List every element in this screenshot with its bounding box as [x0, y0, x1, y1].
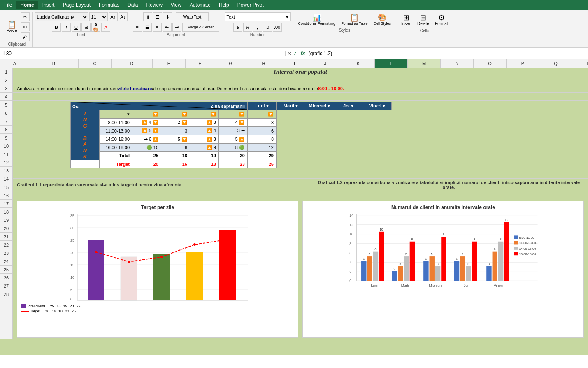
align-middle-button[interactable]: ☰	[153, 12, 162, 21]
function-icon[interactable]: fx	[300, 50, 305, 56]
cell-reference-input[interactable]	[2, 49, 283, 58]
decrease-font-button[interactable]: A↓	[119, 12, 128, 21]
cell-marti-4[interactable]: 8	[161, 143, 190, 151]
increase-font-button[interactable]: A↑	[109, 12, 118, 21]
menu-view[interactable]: View	[167, 1, 186, 9]
comma-button[interactable]: ,	[253, 23, 262, 32]
cell-marti-2[interactable]: 3	[161, 127, 190, 135]
menu-review[interactable]: Review	[142, 1, 166, 9]
col-header-d: D	[112, 59, 153, 68]
menu-file[interactable]: File	[0, 1, 16, 9]
row-header-27: 27	[0, 282, 12, 290]
menu-help[interactable]: Help	[215, 1, 233, 9]
font-size-select[interactable]: 11	[89, 12, 108, 21]
menu-home[interactable]: Home	[16, 1, 38, 9]
cell-styles-button[interactable]: 🎨 Cell Styles	[371, 12, 394, 27]
increase-decimal-button[interactable]: .0	[263, 23, 272, 32]
target-vineri: 25	[248, 160, 277, 168]
cell-joi-4[interactable]: 8 🟢	[219, 143, 248, 151]
align-top-button[interactable]: ⬆	[143, 12, 152, 21]
copy-button[interactable]: ⧉	[21, 22, 30, 31]
cell-miercuri-1[interactable]: 🔼 3	[190, 119, 219, 127]
cell-miercuri-3[interactable]: 🔼 3	[190, 135, 219, 143]
cell-joi-3[interactable]: 5 🔼	[219, 135, 248, 143]
fill-color-button[interactable]: A🎨	[91, 23, 100, 32]
font-family-select[interactable]: Lucida Calligraphy	[35, 12, 88, 21]
menu-formulas[interactable]: Formulas	[95, 1, 123, 9]
format-as-table-button[interactable]: 📋 Format as Table	[339, 12, 370, 27]
menu-page-layout[interactable]: Page Layout	[59, 1, 95, 9]
legend-total-color	[21, 304, 26, 308]
format-button[interactable]: ⚙ Format	[432, 12, 451, 28]
svg-text:5: 5	[462, 252, 463, 256]
bold-button[interactable]: B	[52, 23, 61, 32]
align-center-button[interactable]: ☰	[143, 23, 152, 32]
cell-joi-2[interactable]: 3 ➡	[219, 127, 248, 135]
svg-text:6: 6	[349, 251, 351, 255]
cell-marti-3[interactable]: 5 🔽	[161, 135, 190, 143]
chart2-svg: 14 12 10 8 6 4 2 0	[306, 212, 580, 303]
bar2-miercuri-4	[441, 237, 446, 281]
menu-insert[interactable]: Insert	[38, 1, 59, 9]
menu-data[interactable]: Data	[123, 1, 142, 9]
align-left-button[interactable]: ≡	[133, 23, 142, 32]
delete-label: Delete	[417, 21, 429, 26]
menu-power-pivot[interactable]: Power Pivot	[233, 1, 268, 9]
decrease-decimal-button[interactable]: .00	[273, 23, 282, 32]
wrap-text-button[interactable]: Wrap Text	[176, 12, 209, 21]
indent-increase-button[interactable]: ⇥	[172, 23, 181, 32]
cancel-formula-icon[interactable]: ✕	[287, 51, 291, 56]
cell-miercuri-2[interactable]: 🔼 4	[190, 127, 219, 135]
formula-input[interactable]	[307, 51, 586, 56]
number-format-dropdown[interactable]: Text ▾	[225, 12, 291, 21]
row-header-19: 19	[0, 216, 12, 224]
bar2-miercuri-1	[423, 261, 428, 281]
percent-button[interactable]: %	[243, 23, 252, 32]
cell-vineri-1[interactable]: 3	[248, 119, 277, 127]
font-color-button[interactable]: A	[101, 23, 110, 32]
svg-text:6: 6	[374, 247, 376, 251]
underline-button[interactable]: U	[72, 23, 81, 32]
menu-automate[interactable]: Automate	[186, 1, 215, 9]
indent-decrease-button[interactable]: ⇤	[163, 23, 172, 32]
styles-group: 📊 Conditional Formatting 📋 Format as Tab…	[293, 12, 396, 47]
target-miercuri: 18	[190, 160, 219, 168]
svg-text:11:00-13:00: 11:00-13:00	[519, 241, 536, 245]
col-header-a: A	[0, 59, 29, 68]
row-header-24: 24	[0, 257, 12, 266]
desc-bold: zilele lucratoare	[118, 86, 152, 91]
cell-marti-1[interactable]: 2 🔽	[161, 119, 190, 127]
currency-button[interactable]: $	[233, 23, 242, 32]
legend-target-label: Target	[30, 309, 40, 313]
merge-center-button[interactable]: Merge & Center	[182, 23, 219, 32]
marti-filter: 🔽	[161, 110, 190, 119]
svg-text:4: 4	[425, 257, 427, 261]
cell-vineri-3[interactable]: 8	[248, 135, 277, 143]
align-right-button[interactable]: ≡	[153, 23, 162, 32]
cell-luni-3[interactable]: ➡ 6 🔼	[132, 135, 161, 143]
col-luni: Luni ▾	[248, 102, 277, 110]
chart2-title: Numarul de clienti in anumite intervale …	[306, 205, 580, 210]
row-header-17: 17	[0, 200, 12, 208]
format-painter-button[interactable]: 🖌	[21, 32, 30, 41]
cut-button[interactable]: ✂	[21, 12, 30, 21]
insert-button[interactable]: ⊞ Insert	[399, 12, 414, 28]
align-bottom-button[interactable]: ⬇	[163, 12, 172, 21]
desc-part2: ale saptamanii si intervalul orar. De me…	[152, 86, 318, 91]
cell-miercuri-4[interactable]: 🔼 9	[190, 143, 219, 151]
cell-vineri-2[interactable]: 6	[248, 127, 277, 135]
italic-button[interactable]: I	[62, 23, 71, 32]
border-button[interactable]: ⊞	[81, 23, 91, 32]
delete-button[interactable]: ⊟ Delete	[415, 12, 432, 28]
confirm-formula-icon[interactable]: ✓	[293, 51, 297, 56]
cell-vineri-4[interactable]: 12	[248, 143, 277, 151]
row-header-21: 21	[0, 233, 12, 241]
cell-luni-1[interactable]: 🔼 4 🔽	[132, 119, 161, 127]
cell-luni-2[interactable]: 🔼 5 🔽	[132, 127, 161, 135]
col-header-b: B	[29, 59, 79, 68]
legend-total: Total clienti	[21, 304, 45, 308]
cell-luni-4[interactable]: 🟢 10	[132, 143, 161, 151]
paste-button[interactable]: 📋 Paste	[4, 19, 20, 35]
conditional-formatting-button[interactable]: 📊 Conditional Formatting	[296, 12, 338, 27]
cell-joi-1[interactable]: 4 🔽	[219, 119, 248, 127]
